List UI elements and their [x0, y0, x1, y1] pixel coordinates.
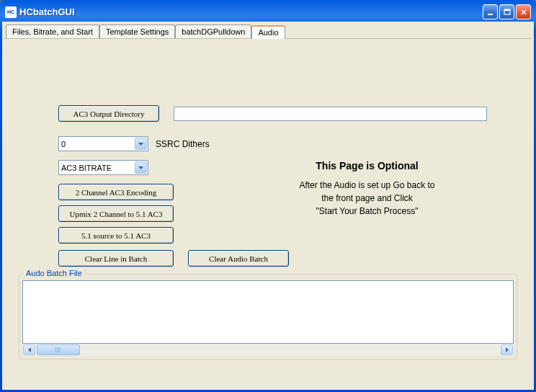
ssrc-dithers-combo[interactable]: 0 — [58, 136, 148, 151]
scroll-left-button[interactable] — [23, 344, 35, 355]
maximize-button[interactable] — [499, 4, 514, 19]
optional-text-3: "Start Your Batch Process" — [246, 205, 488, 218]
tab-strip: Files, Bitrate, and Start Template Setti… — [6, 24, 285, 38]
audio-batch-file-group: Audo Batch File — [19, 274, 517, 360]
chevron-down-icon — [135, 161, 147, 174]
two-channel-ac3-button[interactable]: 2 Channel AC3 Encoding — [58, 184, 174, 200]
ac3-bitrate-value: AC3 BITRATE — [61, 164, 112, 172]
ssrc-dithers-label: SSRC Dithers — [156, 139, 210, 149]
tab-batchdgpulldown[interactable]: batchDGPulldown — [175, 24, 251, 38]
clear-audio-batch-button[interactable]: Clear Audio Batch — [188, 250, 289, 267]
tab-files-bitrate-start[interactable]: Files, Bitrate, and Start — [6, 24, 99, 38]
close-button[interactable] — [516, 4, 531, 19]
horizontal-scrollbar[interactable] — [22, 344, 514, 356]
window-controls — [483, 4, 531, 19]
chevron-down-icon — [135, 138, 147, 150]
ssrc-dithers-value: 0 — [61, 140, 66, 148]
clear-line-in-batch-button[interactable]: Clear Line in Batch — [58, 250, 174, 267]
51-source-to-51-button[interactable]: 5.1 source to 5.1 AC3 — [58, 227, 174, 244]
client-area: Files, Bitrate, and Start Template Setti… — [2, 22, 534, 390]
scroll-right-button[interactable] — [501, 344, 513, 355]
ac3-output-directory-button[interactable]: AC3 Output Directory — [58, 105, 159, 122]
window-title: HCbatchGUI — [19, 6, 483, 17]
tab-template-settings[interactable]: Template Settings — [99, 24, 175, 38]
ac3-output-directory-input[interactable] — [174, 107, 487, 121]
app-window: HC HCbatchGUI Files, Bitrate, and Start … — [0, 0, 536, 392]
audio-panel: AC3 Output Directory 0 SSRC Dithers — [4, 38, 532, 388]
titlebar[interactable]: HC HCbatchGUI — [2, 2, 534, 22]
audio-batch-file-label: Audo Batch File — [24, 269, 84, 277]
upmix-2ch-to-51-button[interactable]: Upmix 2 Channel to 5.1 AC3 — [58, 205, 174, 222]
scroll-thumb[interactable] — [37, 344, 80, 355]
tab-audio[interactable]: Audio — [251, 25, 285, 39]
svg-rect-0 — [488, 14, 493, 15]
audio-batch-listbox[interactable] — [22, 280, 514, 344]
ac3-bitrate-combo[interactable]: AC3 BITRATE — [58, 160, 148, 175]
optional-text-1: After the Audio is set up Go back to — [246, 179, 488, 192]
svg-rect-2 — [504, 9, 510, 11]
optional-text-2: the front page and Click — [246, 192, 488, 205]
optional-heading: This Page is Optional — [246, 160, 488, 172]
minimize-button[interactable] — [483, 4, 498, 19]
app-icon: HC — [5, 6, 17, 18]
